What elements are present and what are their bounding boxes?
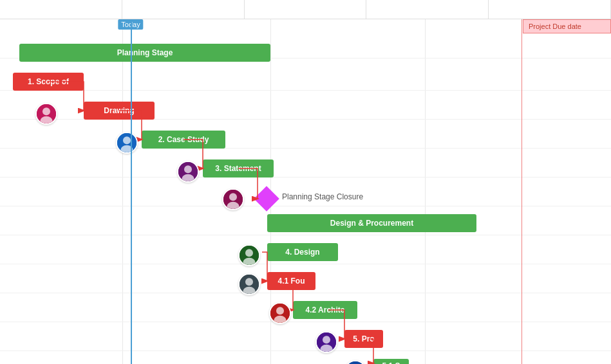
avatar-av2 (116, 132, 138, 154)
svg-point-13 (245, 249, 253, 257)
bar-label-drawing: Drawing (99, 106, 139, 115)
gantt-container: TodayProject Due datePlanning Stage1. Sc… (0, 0, 611, 364)
grid-area: TodayProject Due datePlanning Stage1. Sc… (0, 19, 611, 364)
month-may (366, 0, 489, 19)
milestone-diamond[interactable] (254, 186, 279, 212)
due-date-line (522, 19, 522, 364)
bar-label-fou: 4.1 Fou (272, 277, 310, 286)
avatar-av7 (269, 302, 291, 324)
horizontal-grid-line (0, 177, 611, 177)
svg-point-7 (184, 165, 192, 173)
bar-label-architect: 4.2 Archite (301, 305, 350, 314)
month-mar (122, 0, 245, 19)
bar-statement[interactable]: 3. Statement (203, 159, 274, 177)
svg-point-1 (42, 107, 50, 115)
bar-sub[interactable]: 5.1 S (373, 359, 409, 364)
avatar-av8 (315, 331, 337, 353)
month-apr (245, 0, 367, 19)
bar-label-scope: 1. Scope of (23, 77, 74, 86)
bar-fou[interactable]: 4.1 Fou (267, 272, 315, 290)
horizontal-grid-line (0, 148, 611, 149)
svg-rect-24 (346, 361, 365, 364)
svg-point-16 (245, 278, 253, 286)
header-row (0, 0, 611, 19)
bar-drawing[interactable]: Drawing (84, 102, 155, 120)
vertical-grid-line (425, 19, 426, 364)
avatar-av1 (35, 103, 57, 125)
connector-line (262, 252, 267, 281)
svg-point-22 (323, 336, 330, 343)
avatar-av5 (238, 244, 260, 266)
horizontal-grid-line (0, 293, 611, 293)
svg-point-19 (276, 307, 284, 314)
avatar-av9 (344, 360, 366, 364)
horizontal-grid-line (0, 322, 611, 322)
bar-design[interactable]: 4. Design (267, 243, 338, 261)
horizontal-grid-line (0, 264, 611, 264)
milestone-label: Planning Stage Closure (282, 192, 363, 201)
bar-label-sub: 5.1 S (377, 361, 405, 364)
bar-label-statement: 3. Statement (210, 164, 266, 173)
svg-point-10 (229, 193, 237, 201)
month-feb (0, 0, 122, 19)
bar-case-study[interactable]: 2. Case Study (142, 131, 225, 149)
bar-label-case-study: 2. Case Study (153, 135, 214, 144)
svg-point-4 (123, 136, 131, 144)
horizontal-grid-line (0, 206, 611, 206)
month-jun (489, 0, 611, 19)
vertical-grid-line (122, 19, 123, 364)
today-line (131, 19, 132, 364)
bar-label-pro: 5. Pro (348, 334, 379, 343)
bar-planning[interactable]: Planning Stage (19, 44, 270, 62)
avatar-av4 (222, 188, 244, 210)
horizontal-grid-line (0, 90, 611, 91)
bar-label-planning: Planning Stage (112, 48, 178, 57)
horizontal-grid-line (0, 350, 611, 351)
bar-architect[interactable]: 4.2 Archite (293, 301, 357, 319)
avatar-av6 (238, 273, 260, 295)
bar-label-design-procurement: Design & Procurement (325, 219, 418, 228)
bar-design-procurement[interactable]: Design & Procurement (267, 214, 476, 232)
horizontal-grid-line (0, 235, 611, 235)
avatar-av3 (177, 161, 199, 183)
bar-pro[interactable]: 5. Pro (344, 330, 383, 348)
bar-label-design: 4. Design (280, 248, 324, 257)
due-date-label: Project Due date (523, 19, 611, 33)
bar-scope[interactable]: 1. Scope of (13, 73, 84, 91)
